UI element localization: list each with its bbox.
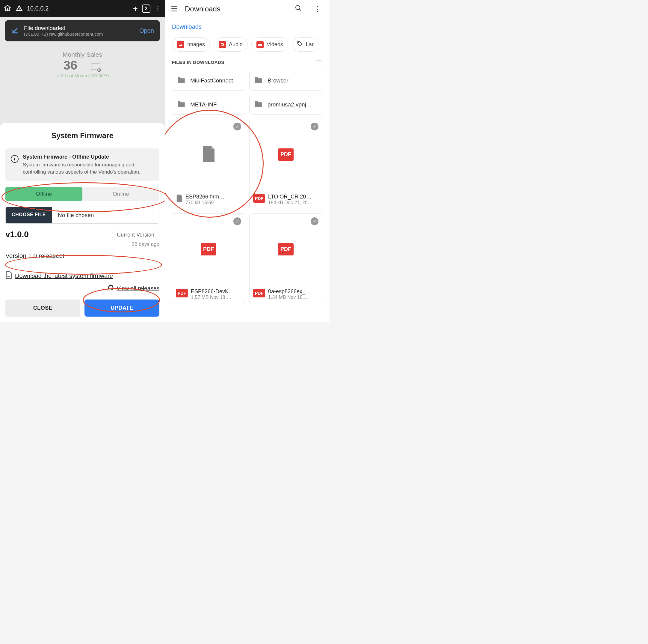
tag-icon <box>297 41 303 48</box>
pdf-icon: PDF <box>176 289 188 297</box>
browser-menu-icon[interactable]: ⋮ <box>155 5 161 13</box>
pdf-icon: PDF <box>278 148 293 161</box>
chip-videos[interactable]: Videos <box>251 38 288 52</box>
file-manager-panel: ☰ Downloads ⋮ Downloads Images Audio Vid… <box>165 0 330 322</box>
chip-audio[interactable]: Audio <box>214 38 248 52</box>
tab-online[interactable]: Online <box>83 187 159 201</box>
mode-tabs: Offline Online <box>5 187 159 201</box>
svg-text:$: $ <box>98 69 100 72</box>
choose-file-button[interactable]: CHOOSE FILE <box>6 207 52 224</box>
toast-subtitle: (751.80 KB) raw.githubusercontent.com <box>24 32 134 37</box>
filter-chips: Images Audio Videos Lar <box>165 38 330 59</box>
expand-icon[interactable]: ⤢ <box>233 217 241 225</box>
file-picker[interactable]: CHOOSE FILE No file chosen <box>5 207 159 224</box>
expand-icon[interactable]: ⤢ <box>311 217 318 225</box>
pdf-icon: PDF <box>253 289 265 297</box>
breadcrumb[interactable]: Downloads <box>165 23 330 30</box>
card-title: Monthly Sales <box>10 51 155 58</box>
fm-header: ☰ Downloads ⋮ <box>165 0 330 18</box>
view-toggle-icon[interactable] <box>316 59 322 65</box>
download-toast: File downloaded (751.80 KB) raw.githubus… <box>5 20 160 41</box>
modal-title: System Firmware <box>5 131 159 140</box>
tab-offline[interactable]: Offline <box>5 187 83 201</box>
info-title: System Firmware - Offline Update <box>23 154 154 160</box>
checkmark-icon <box>11 27 18 35</box>
pdf-icon: PDF <box>201 243 216 255</box>
expand-icon[interactable]: ⤢ <box>311 122 318 131</box>
money-icon: $ <box>91 63 102 73</box>
folder-icon <box>177 77 185 85</box>
url-bar[interactable]: 10.0.0.2 <box>27 5 129 12</box>
expand-icon[interactable]: ⤢ <box>233 122 241 131</box>
card-value: 36 <box>63 58 77 72</box>
home-icon[interactable] <box>4 4 11 13</box>
hamburger-icon[interactable]: ☰ <box>171 4 178 13</box>
folder-icon <box>254 77 263 85</box>
card-meta: ↗ 0 Last Month (100.00%) <box>10 73 155 79</box>
file-chosen-label: No file chosen <box>52 207 159 224</box>
file-item[interactable]: ⤢ ESP8266-firm…770 kB 15:59 <box>172 119 245 209</box>
info-box: i System Firmware - Offline Update Syste… <box>5 148 159 181</box>
folder-icon <box>177 100 185 109</box>
download-firmware-link[interactable]: Download the latest system firmware <box>15 273 159 280</box>
svg-point-4 <box>296 5 300 10</box>
section-label: FILES IN DOWNLOADS <box>172 60 224 65</box>
info-icon: i <box>11 155 18 163</box>
version-label: v1.0.0 <box>5 230 29 239</box>
file-icon <box>201 146 216 164</box>
folder-item[interactable]: MiuiFastConnect <box>172 71 245 91</box>
file-icon <box>176 194 182 203</box>
toast-open-button[interactable]: Open <box>139 27 154 34</box>
browser-toolbar: 10.0.0.2 + 2 ⋮ <box>0 0 165 17</box>
pdf-icon: PDF <box>278 243 293 255</box>
folder-item[interactable]: premiusa2.vpnj… <box>249 95 322 114</box>
release-note: Version 1.0 released! <box>5 252 159 259</box>
svg-rect-8 <box>316 59 322 60</box>
close-button[interactable]: CLOSE <box>5 299 80 316</box>
info-body: System firmware is responsible for manag… <box>23 161 154 176</box>
update-button[interactable]: UPDATE <box>85 299 159 316</box>
folder-icon <box>254 100 263 109</box>
svg-rect-6 <box>258 43 262 44</box>
browser-panel: 10.0.0.2 + 2 ⋮ File downloaded (751.80 K… <box>0 0 165 322</box>
svg-rect-9 <box>316 61 322 62</box>
toast-title: File downloaded <box>24 25 134 32</box>
pdf-icon: PDF <box>253 194 265 203</box>
insecure-icon[interactable] <box>15 4 23 13</box>
file-item[interactable]: ⤢ PDF PDF0a-esp8266ex_…1.34 MB Nov 18,… <box>249 213 322 304</box>
binary-file-icon: 01 <box>5 271 12 280</box>
file-item[interactable]: ⤢ PDF PDFLTO OR_CR 20…194 kB Dec 21, 20… <box>249 119 322 209</box>
view-releases-link[interactable]: View all releases <box>117 285 159 292</box>
svg-rect-10 <box>316 63 322 64</box>
new-tab-icon[interactable]: + <box>133 4 138 13</box>
github-icon <box>108 285 114 292</box>
chip-images[interactable]: Images <box>172 38 210 52</box>
folder-item[interactable]: META-INF <box>172 95 245 114</box>
folder-item[interactable]: Browser <box>249 71 322 91</box>
current-version-badge: Current Version <box>112 230 159 240</box>
search-icon[interactable] <box>292 4 304 13</box>
fm-title: Downloads <box>185 5 285 13</box>
file-item[interactable]: ⤢ PDF PDFESP8266-DevK…1.57 MB Nov 18,… <box>172 213 245 304</box>
firmware-modal: System Firmware i System Firmware - Offl… <box>0 123 165 322</box>
tab-switcher[interactable]: 2 <box>142 4 150 13</box>
chip-large[interactable]: Lar <box>292 38 319 52</box>
version-age: 26 days ago <box>5 241 159 247</box>
svg-point-7 <box>298 42 299 43</box>
svg-text:01: 01 <box>7 275 10 278</box>
dashboard-card: Monthly Sales 36 $ ↗ 0 Last Month (100.0… <box>5 46 160 84</box>
more-icon[interactable]: ⋮ <box>312 5 324 13</box>
